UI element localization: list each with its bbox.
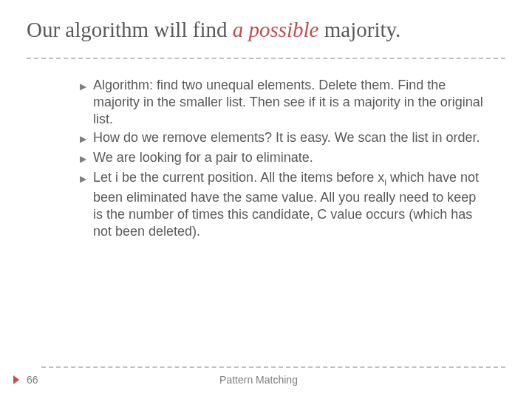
- slide-number: 66: [27, 374, 71, 386]
- divider-bottom: [41, 366, 505, 368]
- slide: Our algorithm will find a possible major…: [0, 0, 532, 399]
- list-item: ▶ We are looking for a pair to eliminate…: [80, 149, 488, 168]
- divider-top: [27, 58, 505, 59]
- content-area: ▶ Algorithm: find two unequal elements. …: [27, 77, 505, 239]
- slide-title: Our algorithm will find a possible major…: [27, 16, 505, 43]
- footer-row: 66 Pattern Matching: [0, 374, 532, 386]
- bullet-icon: ▶: [80, 169, 93, 188]
- bullet-text: How do we remove elements? It is easy. W…: [93, 129, 488, 146]
- footer-text: Pattern Matching: [71, 374, 505, 386]
- slide-marker-icon: [13, 375, 19, 384]
- bullet-icon: ▶: [80, 129, 93, 148]
- list-item: ▶ How do we remove elements? It is easy.…: [80, 129, 488, 148]
- title-em: a possible: [233, 18, 319, 41]
- bullet-text: Algorithm: find two unequal elements. De…: [93, 77, 488, 128]
- bullet-text: Let i be the current position. All the i…: [93, 169, 488, 239]
- title-pre: Our algorithm will find: [27, 18, 233, 41]
- list-item: ▶ Let i be the current position. All the…: [80, 169, 488, 239]
- title-post: majority.: [319, 18, 401, 41]
- bullet-icon: ▶: [80, 77, 93, 95]
- bullet-text: We are looking for a pair to eliminate.: [93, 149, 488, 166]
- bullet-icon: ▶: [80, 149, 93, 168]
- list-item: ▶ Algorithm: find two unequal elements. …: [80, 77, 488, 128]
- footer: 66 Pattern Matching: [0, 366, 532, 386]
